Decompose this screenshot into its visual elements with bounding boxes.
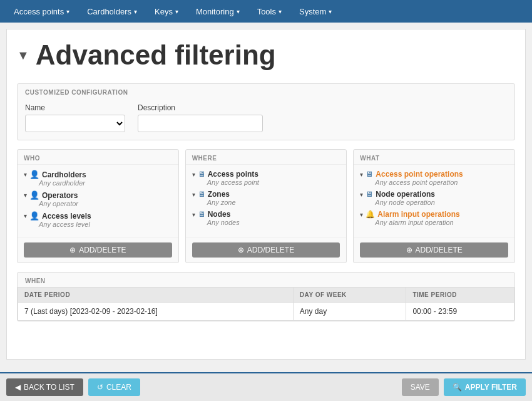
zones-sub: Any zone [207,199,340,206]
node-operations-icon: 🖥 [366,190,373,199]
where-add-delete-button[interactable]: ⊕ ADD/DELETE [192,242,340,258]
filter-icon: ▼ [17,48,29,63]
node-operations-sub: Any node operation [375,199,508,206]
operators-row[interactable]: ▾ 👤 Operators [24,190,172,200]
when-label: WHEN [18,273,514,287]
description-input[interactable] [138,115,263,132]
chevron-down-icon: ▾ [192,191,195,198]
access-levels-sub: Any access level [39,221,172,228]
access-points-sub: Any access point [207,179,340,186]
list-item: ▾ 🖥 Zones Any zone [192,190,340,206]
what-header: WHAT [354,150,514,165]
nav-cardholders[interactable]: Cardholders ▾ [78,2,146,21]
chevron-down-icon: ▾ [192,211,195,218]
bottom-left-actions: ◀ BACK TO LIST ↺ CLEAR [6,378,140,396]
chevron-down-icon: ▾ [192,171,195,178]
customized-config-section: CUSTOMIZED CONFIGURATION Name Descriptio… [17,83,515,140]
where-body: ▾ 🖥 Access points Any access point ▾ 🖥 Z… [186,165,347,237]
clear-icon: ↺ [97,383,103,392]
alarm-operations-row[interactable]: ▾ 🔔 Alarm input operations [360,210,508,219]
day-of-week-cell: Any day [293,303,406,321]
list-item: ▾ 🖥 Access points Any access point [192,170,340,186]
nav-keys[interactable]: Keys ▾ [146,2,187,21]
chevron-down-icon: ▾ [134,8,137,15]
nodes-row[interactable]: ▾ 🖥 Nodes [192,210,340,219]
alarm-operations-sub: Any alarm input operation [375,219,508,226]
chevron-down-icon: ▾ [279,8,282,15]
list-item: ▾ 🔔 Alarm input operations Any alarm inp… [360,210,508,226]
list-item: ▾ 🖥 Node operations Any node operation [360,190,508,206]
node-operations-label: Node operations [376,190,435,199]
chevron-down-icon: ▾ [360,191,363,198]
list-item: ▾ 🖥 Nodes Any nodes [192,210,340,226]
node-operations-row[interactable]: ▾ 🖥 Node operations [360,190,508,199]
nodes-sub: Any nodes [207,219,340,226]
list-item: ▾ 👤 Access levels Any access level [24,211,172,228]
cardholders-row[interactable]: ▾ 👤 Cardholders [24,170,172,179]
chevron-down-icon: ▾ [175,8,178,15]
chevron-down-icon: ▾ [237,8,240,15]
list-item: ▾ 👤 Operators Any operator [24,190,172,207]
where-footer: ⊕ ADD/DELETE [186,237,347,263]
nodes-label: Nodes [208,210,231,219]
access-levels-icon: 👤 [29,211,39,221]
cardholders-sub: Any cardholder [39,179,172,187]
nav-access-points[interactable]: Access points ▾ [5,2,78,21]
zones-icon: 🖥 [198,190,205,199]
cardholders-label: Cardholders [42,170,86,179]
chevron-down-icon: ▾ [360,171,363,178]
who-body: ▾ 👤 Cardholders Any cardholder ▾ 👤 Opera… [18,165,178,237]
description-label: Description [138,103,263,112]
operators-sub: Any operator [39,200,172,207]
plus-icon: ⊕ [69,246,76,254]
list-item: ▾ 🖥 Access point operations Any access p… [360,170,508,186]
three-columns: WHO ▾ 👤 Cardholders Any cardholder ▾ 👤 O… [17,149,515,263]
search-icon: 🔍 [453,383,462,392]
what-column: WHAT ▾ 🖥 Access point operations Any acc… [353,149,515,263]
alarm-icon: 🔔 [366,210,375,219]
day-of-week-header: DAY OF WEEK [293,288,406,303]
access-points-row[interactable]: ▾ 🖥 Access points [192,170,340,179]
chevron-down-icon: ▾ [24,212,27,219]
customized-config-label: CUSTOMIZED CONFIGURATION [18,84,514,98]
cardholder-icon: 👤 [29,170,39,179]
plus-icon: ⊕ [238,246,244,254]
who-add-delete-button[interactable]: ⊕ ADD/DELETE [24,242,172,258]
who-column: WHO ▾ 👤 Cardholders Any cardholder ▾ 👤 O… [17,149,179,263]
main-content: ▼ Advanced filtering CUSTOMIZED CONFIGUR… [6,29,526,360]
page-title: Advanced filtering [36,39,276,71]
save-button[interactable]: SAVE [402,378,439,396]
chevron-down-icon: ▾ [329,8,332,15]
name-field: Name [25,103,125,132]
access-levels-row[interactable]: ▾ 👤 Access levels [24,211,172,221]
apply-filter-button[interactable]: 🔍 APPLY FILTER [444,378,526,396]
back-to-list-button[interactable]: ◀ BACK TO LIST [6,378,83,396]
zones-label: Zones [208,190,230,199]
access-points-icon: 🖥 [198,170,205,179]
ap-operations-sub: Any access point operation [375,179,508,186]
time-period-cell: 00:00 - 23:59 [406,303,514,321]
alarm-operations-label: Alarm input operations [377,210,459,219]
name-label: Name [25,103,125,112]
time-period-header: TIME PERIOD [406,288,514,303]
nav-monitoring[interactable]: Monitoring ▾ [187,2,248,21]
zones-row[interactable]: ▾ 🖥 Zones [192,190,340,199]
chevron-down-icon: ▾ [360,211,363,218]
nav-system[interactable]: System ▾ [290,2,340,21]
name-select[interactable] [25,115,125,132]
ap-operations-label: Access point operations [376,170,463,179]
when-table: DATE PERIOD DAY OF WEEK TIME PERIOD 7 (L… [18,287,514,321]
description-field: Description [138,103,263,132]
bottom-bar: ◀ BACK TO LIST ↺ CLEAR SAVE 🔍 APPLY FILT… [0,372,532,401]
operators-label: Operators [42,191,78,200]
nodes-icon: 🖥 [198,210,205,219]
what-add-delete-button[interactable]: ⊕ ADD/DELETE [360,242,508,258]
ap-operations-row[interactable]: ▾ 🖥 Access point operations [360,170,508,179]
chevron-down-icon: ▾ [66,8,69,15]
page-title-row: ▼ Advanced filtering [17,39,515,71]
clear-button[interactable]: ↺ CLEAR [88,378,140,396]
date-period-cell: 7 (Last days) [2023-02-09 - 2023-02-16] [18,303,294,321]
plus-icon: ⊕ [406,246,412,254]
nav-tools[interactable]: Tools ▾ [248,2,290,21]
bottom-right-actions: SAVE 🔍 APPLY FILTER [402,378,526,396]
